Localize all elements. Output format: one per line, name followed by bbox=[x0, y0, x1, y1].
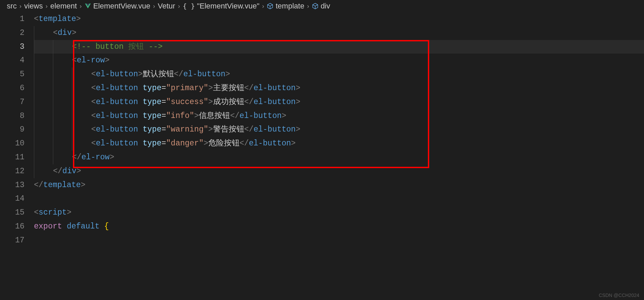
code-line[interactable]: <el-row> bbox=[34, 54, 644, 67]
line-number: 6 bbox=[0, 81, 24, 95]
breadcrumb-item-filename[interactable]: "ElementView.vue" bbox=[197, 2, 260, 11]
chevron-right-icon: › bbox=[178, 3, 180, 10]
code-content[interactable]: <template> <div> <!-- button 按钮 --> <el-… bbox=[34, 12, 644, 300]
chevron-right-icon: › bbox=[19, 3, 21, 10]
code-line[interactable]: <el-button type="success">成功按钮</el-butto… bbox=[34, 95, 644, 109]
breadcrumb-item-src[interactable]: src bbox=[7, 2, 17, 11]
chevron-right-icon: › bbox=[45, 3, 48, 10]
breadcrumb-item-div[interactable]: div bbox=[321, 2, 330, 11]
code-line[interactable]: <el-button type="warning">警告按钮</el-butto… bbox=[34, 123, 644, 137]
breadcrumb-item-template[interactable]: template bbox=[276, 2, 304, 11]
line-number: 17 bbox=[0, 234, 24, 247]
line-number: 9 bbox=[0, 123, 24, 137]
vue-icon bbox=[84, 3, 91, 9]
cube-icon bbox=[312, 3, 319, 9]
cube-icon bbox=[267, 3, 273, 9]
line-number: 14 bbox=[0, 192, 24, 206]
line-number: 16 bbox=[0, 220, 24, 234]
breadcrumb: src › views › element › ElementView.vue … bbox=[0, 0, 644, 12]
code-line[interactable]: <script> bbox=[34, 206, 644, 220]
breadcrumb-item-file[interactable]: ElementView.vue bbox=[93, 2, 150, 11]
line-number: 11 bbox=[0, 151, 24, 164]
braces-icon: { } bbox=[183, 2, 195, 10]
line-number: 3 bbox=[0, 40, 24, 54]
line-number: 12 bbox=[0, 164, 24, 178]
code-line[interactable] bbox=[34, 192, 644, 206]
code-editor[interactable]: 1 2 3 4 5 6 7 8 9 10 11 12 13 14 15 16 1… bbox=[0, 12, 644, 300]
breadcrumb-item-element[interactable]: element bbox=[50, 2, 77, 11]
line-number: 15 bbox=[0, 206, 24, 220]
line-gutter: 1 2 3 4 5 6 7 8 9 10 11 12 13 14 15 16 1… bbox=[0, 12, 34, 300]
chevron-right-icon: › bbox=[262, 3, 264, 10]
line-number: 5 bbox=[0, 67, 24, 81]
breadcrumb-item-vetur[interactable]: Vetur bbox=[158, 2, 175, 11]
code-line[interactable]: </template> bbox=[34, 178, 644, 192]
code-line[interactable]: <el-button>默认按钮</el-button> bbox=[34, 67, 644, 81]
line-number: 8 bbox=[0, 109, 24, 123]
code-line[interactable]: <template> bbox=[34, 12, 644, 26]
line-number: 4 bbox=[0, 54, 24, 67]
watermark: CSDN @CCH2024 bbox=[599, 293, 639, 298]
code-line[interactable]: <el-button type="danger">危险按钮</el-button… bbox=[34, 137, 644, 151]
code-line[interactable]: </div> bbox=[34, 164, 644, 178]
code-line[interactable]: <el-button type="primary">主要按钮</el-butto… bbox=[34, 81, 644, 95]
line-number: 10 bbox=[0, 137, 24, 151]
code-line[interactable]: <el-button type="info">信息按钮</el-button> bbox=[34, 109, 644, 123]
code-line[interactable]: <!-- button 按钮 --> bbox=[34, 40, 644, 54]
breadcrumb-item-views[interactable]: views bbox=[24, 2, 43, 11]
chevron-right-icon: › bbox=[80, 3, 82, 10]
code-line[interactable]: export default { bbox=[34, 220, 644, 234]
line-number: 2 bbox=[0, 26, 24, 40]
code-line[interactable]: <div> bbox=[34, 26, 644, 40]
line-number: 7 bbox=[0, 95, 24, 109]
code-line[interactable] bbox=[34, 234, 644, 247]
line-number: 1 bbox=[0, 12, 24, 26]
chevron-right-icon: › bbox=[307, 3, 309, 10]
chevron-right-icon: › bbox=[153, 3, 155, 10]
line-number: 13 bbox=[0, 178, 24, 192]
code-line[interactable]: </el-row> bbox=[34, 151, 644, 164]
